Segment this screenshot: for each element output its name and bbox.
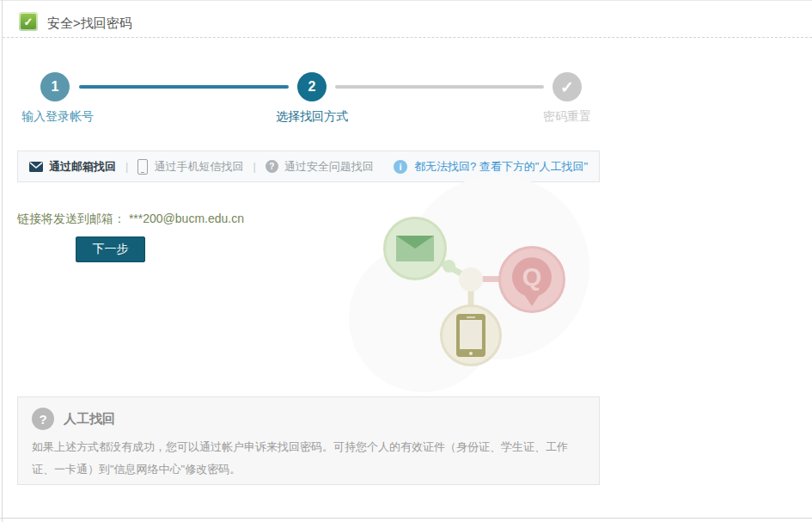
header-divider (3, 37, 812, 38)
step-circle-1: 1 (40, 72, 70, 101)
step-label-enter-account: 输入登录帐号 (21, 109, 94, 125)
security-question-circle: Q (498, 246, 565, 313)
manual-recovery-help-link[interactable]: i 都无法找回? 查看下方的"人工找回" (394, 159, 588, 175)
manual-recovery-description: 如果上述方式都没有成功，您可以通过帐户申诉来找回密码。可持您个人的有效证件（身份… (32, 436, 585, 481)
manual-recovery-title: 人工找回 (64, 411, 115, 427)
step-label-choose-method: 选择找回方式 (276, 109, 348, 125)
question-bubble-tail (525, 296, 539, 306)
phone-screen (460, 320, 482, 349)
phone-speaker (467, 316, 475, 318)
step-connector-done (79, 85, 289, 89)
tab-sms-label: 通过手机短信找回 (154, 159, 243, 175)
notice-label: 链接将发送到邮箱： (17, 212, 125, 225)
page-bottom-border (0, 518, 812, 519)
password-recovery-page: ✓ 安全>找回密码 1 2 ✓ 输入登录帐号 选择找回方式 密码重置 通过邮箱找… (0, 0, 812, 522)
question-bubble-icon: Q (512, 257, 552, 297)
tab-sms-recovery[interactable]: 通过手机短信找回 (137, 159, 243, 175)
step-label-reset-password: 密码重置 (543, 109, 591, 125)
page-top-border (0, 0, 812, 1)
masked-email-value: ***200@bucm.edu.cn (129, 212, 244, 225)
phone-icon (137, 159, 148, 175)
manual-recovery-section: ? 人工找回 如果上述方式都没有成功，您可以通过帐户申诉来找回密码。可持您个人的… (17, 396, 600, 485)
hub-circle (459, 267, 483, 292)
recovery-methods-illustration: Q (361, 196, 601, 398)
tab-question-label: 通过安全问题找回 (284, 159, 374, 175)
page-left-border (2, 0, 3, 522)
tab-security-question-recovery[interactable]: ? 通过安全问题找回 (266, 159, 374, 175)
shield-check-icon: ✓ (19, 12, 38, 31)
tab-email-recovery[interactable]: 通过邮箱找回 (29, 159, 116, 175)
smartphone-icon (456, 314, 485, 357)
next-step-button[interactable]: 下一步 (76, 236, 145, 262)
mail-icon (29, 162, 43, 172)
help-link-label: 都无法找回? 查看下方的"人工找回" (414, 159, 588, 175)
phone-circle (440, 304, 502, 366)
info-circle-icon: i (394, 160, 407, 174)
step-circle-2: 2 (297, 72, 327, 101)
tab-separator: | (125, 160, 128, 173)
question-circle-icon: ? (266, 160, 278, 173)
envelope-icon (396, 236, 434, 261)
breadcrumb: 安全>找回密码 (47, 15, 132, 32)
connector-knob (443, 260, 455, 273)
step-connector-pending (335, 85, 544, 89)
envelope-flap (396, 236, 434, 249)
email-destination-notice: 链接将发送到邮箱： ***200@bucm.edu.cn (17, 212, 244, 227)
phone-home-button (469, 352, 473, 355)
email-circle (383, 217, 447, 280)
step-circle-3-check-icon: ✓ (553, 72, 582, 101)
manual-recovery-header: ? 人工找回 (32, 408, 585, 430)
tab-email-label: 通过邮箱找回 (49, 159, 116, 175)
question-circle-icon: ? (32, 408, 54, 430)
tab-separator: | (253, 160, 255, 173)
